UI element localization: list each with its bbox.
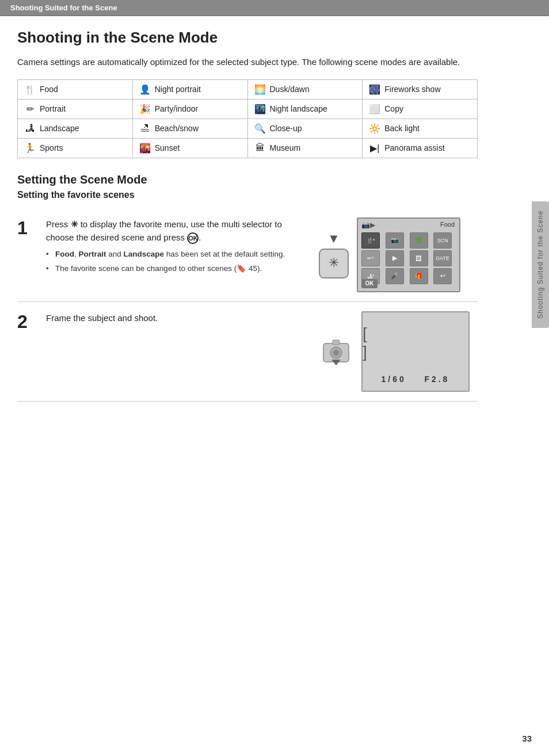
intro-text: Camera settings are automatically optimi… (17, 56, 478, 69)
step-1-number: 1 (17, 219, 36, 237)
viewfinder-info: 1/60 F2.8 (363, 375, 468, 384)
scene-mode-icon: 🌇 (139, 143, 151, 154)
scene-table-cell: 🎉Party/indoor (132, 99, 247, 119)
ok-symbol: OK (187, 232, 199, 244)
menu-cell-5: ✏* (361, 250, 380, 266)
step-2-row: 2 Frame the subject and shoot. (17, 302, 478, 402)
scene-mode-label: Fireworks show (384, 85, 440, 94)
setting-subsection-title: Setting the favorite scenes (17, 190, 478, 200)
scene-mode-label: Food (40, 85, 58, 94)
main-content: Shooting in the Scene Mode Camera settin… (0, 16, 495, 419)
scene-table: 🍴Food👤Night portrait🌅Dusk/dawn🎆Fireworks… (17, 79, 478, 158)
scene-table-cell: ⬜Copy (363, 99, 478, 119)
scene-mode-label: Beach/snow (155, 124, 199, 133)
scene-mode-label: Sunset (155, 143, 180, 152)
scene-table-cell: 🌅Dusk/dawn (247, 79, 363, 99)
scene-mode-icon: 🏛 (254, 143, 266, 153)
scene-mode-icon: 🏖 (139, 123, 151, 133)
header-bar: Shooting Suited for the Scene (0, 0, 549, 16)
scene-mode-label: Copy (384, 104, 403, 113)
scene-mode-label: Dusk/dawn (270, 85, 310, 94)
scene-table-cell: 🌇Sunset (132, 138, 247, 158)
scene-mode-icon: ✏ (24, 104, 36, 114)
scene-table-cell: ✏Portrait (18, 99, 133, 119)
step-2-main-text: Frame the subject and shoot. (46, 311, 306, 324)
menu-cell-11: 🎁 (410, 268, 428, 284)
step-1-bullets: Food, Portrait and Landscape has been se… (46, 249, 306, 275)
camera-icon: 📷▶ (361, 221, 375, 229)
svg-text:✳: ✳ (329, 255, 339, 270)
menu-cell-6: ▶ (386, 250, 404, 266)
scene-mode-label: Sports (40, 143, 63, 152)
menu-cell-12: ↩ (433, 268, 452, 284)
scene-mode-icon: 👤 (139, 84, 151, 95)
scene-mode-icon: 🌅 (254, 84, 266, 95)
scene-mode-icon: 🎆 (368, 84, 381, 95)
viewfinder: [ ] 1/60 F2.8 (361, 311, 470, 392)
scene-table-cell: 🎆Fireworks show (363, 79, 478, 99)
scene-mode-icon: ⬜ (368, 104, 381, 114)
menu-cell-3: 🌿 (410, 232, 428, 249)
scene-table-cell: 🏖Beach/snow (132, 119, 247, 138)
svg-marker-6 (331, 360, 341, 365)
menu-cell-10: 🎤 (386, 268, 404, 284)
scene-mode-icon: ▶| (368, 143, 381, 154)
scene-mode-icon: 🌃 (254, 104, 266, 114)
page-container: Shooting Suited for the Scene Shooting i… (0, 0, 549, 756)
menu-grid: 🍴* 📷 🌿 SCN ✏* ▶ 🖼 DATE 🏞* 🎤 (358, 230, 459, 287)
scene-table-cell: 🔆Back light (363, 119, 478, 138)
arrow-down-icon: ▼ (327, 231, 340, 246)
shutter-speed: 1/60 (382, 375, 406, 384)
star-button-container: ▼ ✳ (317, 229, 351, 281)
step-1-row: 1 Press ✳ to display the favorite menu, … (17, 208, 478, 302)
scene-table-cell: ▶|Panorama assist (363, 138, 478, 158)
aperture: F2.8 (424, 375, 449, 384)
menu-cell-2: 📷 (386, 232, 404, 249)
setting-section-title: Setting the Scene Mode (17, 173, 478, 186)
scene-mode-label: Museum (270, 143, 301, 152)
scene-mode-icon: 🍴 (24, 84, 36, 95)
step-1-text: Press ✳ to display the favorite menu, us… (46, 217, 306, 277)
scene-mode-label: Portrait (40, 104, 66, 113)
bullet-2: The favorite scene can be changed to oth… (46, 263, 306, 275)
scene-table-cell: 🌃Night landscape (247, 99, 363, 119)
scene-mode-label: Party/indoor (155, 104, 198, 113)
bullet-1: Food, Portrait and Landscape has been se… (46, 249, 306, 261)
side-label: Shooting Suited for the Scene (532, 201, 549, 328)
scene-table-cell: 🏞Landscape (18, 119, 133, 138)
scene-mode-icon: 🏞 (24, 123, 36, 133)
scene-table-cell: 🏃Sports (18, 138, 133, 158)
step-2-images: [ ] 1/60 F2.8 (317, 311, 478, 392)
step-1-main-text: Press ✳ to display the favorite menu, us… (46, 217, 306, 245)
camera-hand-icon (317, 332, 356, 371)
menu-ok-button: OK (361, 279, 378, 288)
scene-mode-icon: 🔍 (254, 123, 266, 134)
scene-table-cell: 🔍Close-up (247, 119, 363, 138)
menu-cell-food: 🍴* (361, 232, 380, 249)
scene-table-cell: 🏛Museum (247, 138, 363, 158)
svg-point-4 (333, 350, 339, 356)
scene-mode-icon: 🏃 (24, 143, 36, 154)
step-container: 1 Press ✳ to display the favorite menu, … (17, 208, 478, 402)
scene-mode-icon: 🔆 (368, 123, 381, 134)
scene-mode-label: Landscape (40, 124, 79, 133)
star-symbol: ✳ (71, 219, 78, 229)
hand-svg (319, 332, 353, 371)
menu-cell-8: DATE (433, 250, 452, 266)
step-2-number: 2 (17, 312, 36, 331)
page-number: 33 (522, 734, 532, 743)
svg-rect-5 (333, 340, 340, 345)
scene-mode-label: Panorama assist (384, 143, 444, 152)
scene-table-cell: 👤Night portrait (132, 79, 247, 99)
scene-table-cell: 🍴Food (18, 79, 133, 99)
menu-cell-4: SCN (433, 232, 452, 249)
viewfinder-bracket: [ ] (363, 324, 468, 361)
scene-mode-label: Back light (384, 124, 420, 133)
menu-screen: Food 📷▶ 🍴* 📷 🌿 SCN ✏* ▶ 🖼 (357, 217, 460, 292)
menu-cell-7: 🖼 (410, 250, 428, 266)
scene-mode-label: Night portrait (155, 85, 201, 94)
step-2-text: Frame the subject and shoot. (46, 311, 306, 324)
scene-mode-label: Night landscape (270, 104, 327, 113)
star-button-svg: ✳ (317, 246, 351, 281)
step-1-images: ▼ ✳ Food 📷▶ 🍴* 📷 (317, 217, 478, 292)
